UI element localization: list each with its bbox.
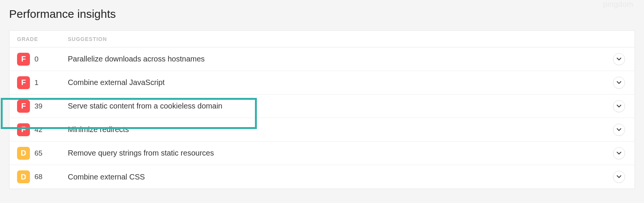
expand-button[interactable] (613, 147, 625, 159)
insights-table: GRADE SUGGESTION F 0 Parallelize downloa… (9, 30, 635, 189)
table-row[interactable]: D 65 Remove query strings from static re… (9, 142, 635, 165)
chevron-down-icon (617, 152, 621, 155)
table-row[interactable]: D 68 Combine external CSS (9, 165, 635, 189)
chevron-down-icon (617, 58, 621, 61)
watermark: pingdom (603, 0, 633, 9)
grade-badge: F (17, 123, 30, 136)
suggestion-text: Parallelize downloads across hostnames (68, 55, 610, 63)
chevron-down-icon (617, 81, 621, 84)
table-row[interactable]: F 39 Serve static content from a cookiel… (9, 94, 635, 118)
grade-badge: D (17, 170, 30, 183)
suggestion-text: Combine external CSS (68, 173, 610, 181)
expand-button[interactable] (613, 100, 625, 112)
page-title: Performance insights (0, 0, 644, 30)
suggestion-text: Remove query strings from static resourc… (68, 149, 610, 157)
score-value: 68 (34, 173, 42, 181)
grade-cell: F 0 (9, 53, 68, 66)
table-row[interactable]: F 42 Minimize redirects (9, 118, 635, 142)
grade-badge: F (17, 53, 30, 66)
grade-badge: D (17, 147, 30, 160)
chevron-down-icon (617, 128, 621, 131)
chevron-down-icon (617, 105, 621, 108)
column-header-grade: GRADE (9, 36, 68, 42)
suggestion-text: Serve static content from a cookieless d… (68, 102, 610, 110)
grade-cell: D 65 (9, 147, 68, 160)
expand-button[interactable] (613, 171, 625, 183)
grade-cell: F 39 (9, 100, 68, 113)
table-row[interactable]: F 0 Parallelize downloads across hostnam… (9, 47, 635, 71)
suggestion-text: Minimize redirects (68, 125, 610, 134)
grade-cell: D 68 (9, 170, 68, 183)
table-header: GRADE SUGGESTION (9, 31, 635, 47)
score-value: 0 (34, 55, 39, 63)
suggestion-text: Combine external JavaScript (68, 78, 610, 87)
grade-cell: F 1 (9, 76, 68, 89)
expand-button[interactable] (613, 124, 625, 136)
expand-button[interactable] (613, 77, 625, 89)
grade-badge: F (17, 100, 30, 113)
score-value: 39 (34, 102, 42, 110)
score-value: 65 (34, 149, 42, 157)
score-value: 42 (34, 126, 42, 134)
chevron-down-icon (617, 175, 621, 178)
score-value: 1 (34, 79, 39, 87)
table-row[interactable]: F 1 Combine external JavaScript (9, 71, 635, 94)
grade-cell: F 42 (9, 123, 68, 136)
grade-badge: F (17, 76, 30, 89)
expand-button[interactable] (613, 53, 625, 65)
column-header-suggestion: SUGGESTION (68, 36, 635, 42)
